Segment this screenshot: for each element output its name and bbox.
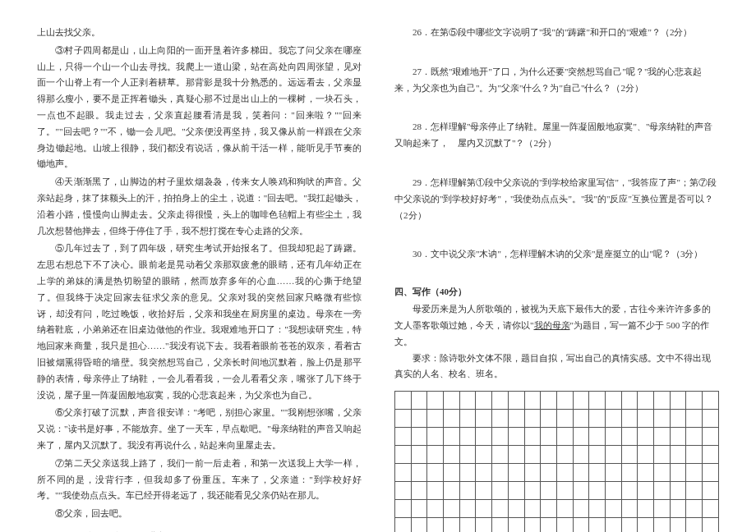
passage-p4: ④天渐渐黑了，山脚边的村子里炊烟袅袅，传来女人唤鸡和狗吠的声音。父亲站起身，抹了… xyxy=(37,174,362,239)
essay-prompt-line2: 要求：除诗歌外文体不限，题目自拟，写出自己的真情实感。文中不得出现真实的人名、校… xyxy=(394,351,719,383)
essay-prompt-line1: 母爱历来是为人所歌颂的，被视为天底下最伟大的爱，古往今来许许多多的文人墨客歌颂过… xyxy=(394,301,719,350)
essay-grid-container: 100 字 xyxy=(394,391,719,532)
essay-topic: 我的母亲 xyxy=(534,320,570,330)
question-28: 28．怎样理解"母亲停止了纳鞋。屋里一阵凝固般地寂寞"、"母亲纳鞋的声音又响起来… xyxy=(394,119,719,152)
right-column: 26．在第⑤段中哪些文字说明了"我"的"踌躇"和开口的"艰难"？（2分） 27．… xyxy=(394,25,719,516)
essay-grid xyxy=(394,391,719,532)
grid-row xyxy=(395,446,719,464)
grid-row xyxy=(395,482,719,500)
question-27: 27．既然"艰难地开"了口，为什么还要"突然想骂自己"呢？"我的心悲哀起来，为父… xyxy=(394,64,719,97)
passage-p3: ③村子四周都是山，山上向阳的一面开垦着许多梯田。我忘了问父亲在哪座山上，只得一个… xyxy=(37,43,362,172)
question-23: 23．"父亲放下肩上一直背着的我的行李"句中，将"我的"去掉是否不影响原意？（2… xyxy=(37,529,362,532)
grid-row xyxy=(395,500,719,518)
grid-row xyxy=(395,428,719,446)
passage-p8: ⑧父亲，回去吧。 xyxy=(37,506,362,522)
passage-title-line: 上山去找父亲。 xyxy=(37,25,362,41)
grid-row xyxy=(395,410,719,428)
question-30: 30．文中说父亲"木讷"，怎样理解木讷的父亲"是座挺立的山"呢？（3分） xyxy=(394,246,719,263)
question-26: 26．在第⑤段中哪些文字说明了"我"的"踌躇"和开口的"艰难"？（2分） xyxy=(394,25,719,41)
left-column: 上山去找父亲。 ③村子四周都是山，山上向阳的一面开垦着许多梯田。我忘了问父亲在哪… xyxy=(37,25,362,516)
passage-p5: ⑤几年过去了，到了四年级，研究生考试开始报名了。但我却犯起了踌躇。左思右想总下不… xyxy=(37,241,362,403)
section-4-heading: 四、写作（40分） xyxy=(394,286,719,298)
grid-row xyxy=(395,518,719,532)
question-29: 29．怎样理解第①段中父亲说的"到学校给家里写信"，"我答应了声"；第⑦段中父亲… xyxy=(394,175,719,223)
passage-p7: ⑦第二天父亲送我上路了，我们一前一后走着，和第一次送我上大学一样，所不同的是，没… xyxy=(37,456,362,504)
passage-p6: ⑥父亲打破了沉默，声音很安详："考吧，别担心家里。""我刚想张嘴，父亲又说："读… xyxy=(37,405,362,453)
grid-row xyxy=(395,464,719,482)
grid-row xyxy=(395,392,719,410)
